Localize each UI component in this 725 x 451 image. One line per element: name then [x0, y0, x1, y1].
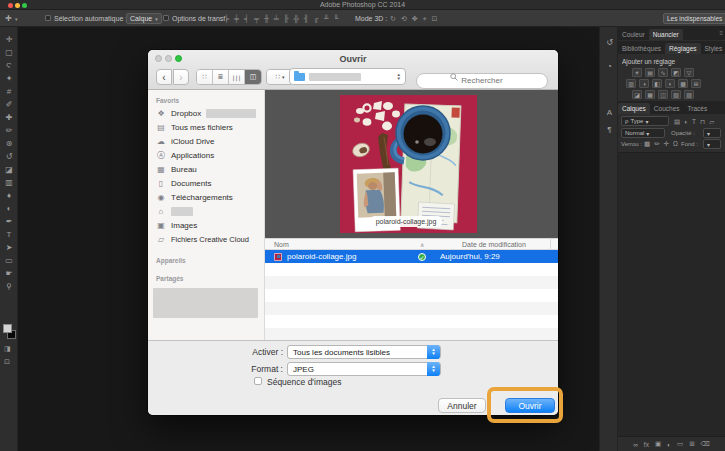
gradient-tool[interactable]: ▥: [1, 176, 17, 189]
path-selection-tool[interactable]: ➤: [1, 241, 17, 254]
layer-filter-icon[interactable]: ▱: [709, 118, 714, 126]
lock-icon[interactable]: ✏: [654, 140, 659, 148]
tab-styles[interactable]: Styles: [701, 43, 725, 54]
sidebar-item-downloads[interactable]: ◉ Téléchargements: [156, 191, 261, 204]
delete-layer-icon[interactable]: ⌫: [701, 440, 710, 448]
lasso-tool[interactable]: Ϛ: [1, 59, 17, 72]
empty-list-row[interactable]: [265, 302, 558, 315]
adjustment-icon[interactable]: ◧: [652, 79, 662, 88]
layer-style-icon[interactable]: fx: [644, 441, 649, 448]
empty-list-row[interactable]: [265, 263, 558, 276]
tool-preset-caret-icon[interactable]: ▾: [15, 16, 18, 22]
marquee-tool[interactable]: ▢: [1, 46, 17, 59]
align-icon[interactable]: ╪: [234, 14, 239, 23]
type-tool[interactable]: T: [1, 228, 17, 241]
sidebar-item-desktop[interactable]: ▦ Bureau: [156, 163, 261, 176]
hand-tool[interactable]: ☛: [1, 267, 17, 280]
blend-mode-dropdown[interactable]: Normal ▾: [621, 128, 665, 138]
align-icon[interactable]: ╤: [254, 14, 259, 23]
empty-list-row[interactable]: [265, 289, 558, 302]
mode-3d-icon[interactable]: ⟲: [401, 14, 407, 23]
sidebar-item-creative-cloud-files[interactable]: ▱ Fichiers Creative Cloud: [156, 233, 261, 246]
location-dropdown[interactable]: ▲ ▼: [289, 68, 406, 85]
list-view-button[interactable]: ≣: [213, 70, 229, 84]
opacity-dropdown[interactable]: ▾: [703, 128, 721, 138]
quick-mask-icon[interactable]: ◨: [4, 345, 11, 353]
sidebar-item-images[interactable]: ▣ Images: [156, 219, 261, 232]
forward-button[interactable]: ›: [173, 69, 189, 85]
mode-3d-icon[interactable]: ⊡: [432, 14, 438, 23]
layer-filter-dropdown[interactable]: ρ Type ▾: [621, 116, 669, 126]
search-input[interactable]: [416, 73, 548, 89]
dodge-tool[interactable]: ◐: [1, 202, 17, 215]
name-column-header[interactable]: Nom: [274, 241, 289, 248]
adjustment-icon[interactable]: ∿: [658, 68, 668, 77]
adjustment-icon[interactable]: ⊞: [691, 79, 701, 88]
adjustment-icon[interactable]: ▦: [645, 90, 655, 99]
mode-3d-icon[interactable]: ✥: [412, 14, 418, 23]
adjustment-icon[interactable]: ◩: [671, 68, 681, 77]
back-button[interactable]: ‹: [156, 69, 172, 85]
properties-panel-icon[interactable]: ◔: [600, 62, 619, 71]
healing-brush-tool[interactable]: ✚: [1, 111, 17, 124]
tab-reglages[interactable]: Réglages: [665, 43, 700, 54]
tab-nuancier[interactable]: Nuancier: [649, 29, 683, 40]
adjustment-icon[interactable]: ▨: [684, 90, 694, 99]
date-column-header[interactable]: Date de modification: [462, 241, 526, 248]
sidebar-item-icloud-drive[interactable]: ☁ iCloud Drive: [156, 135, 261, 148]
transform-controls-checkbox[interactable]: [163, 15, 169, 21]
coverflow-view-button[interactable]: ◫: [245, 70, 261, 84]
adjustment-icon[interactable]: ▤: [645, 68, 655, 77]
tab-traces[interactable]: Tracés: [684, 103, 712, 114]
quick-selection-tool[interactable]: ✦: [1, 72, 17, 85]
image-sequence-checkbox[interactable]: [254, 377, 262, 385]
history-brush-tool[interactable]: ↺: [1, 150, 17, 163]
align-icon[interactable]: ╧: [274, 14, 279, 23]
panel-menu-icon[interactable]: ≡: [719, 30, 723, 36]
align-icon[interactable]: ╞: [224, 14, 229, 23]
clone-stamp-tool[interactable]: ⊛: [1, 137, 17, 150]
mode-3d-icon[interactable]: ↻: [390, 14, 396, 23]
sidebar-item-dropbox[interactable]: ❖ Dropbox: [156, 107, 261, 120]
icon-view-button[interactable]: ∷: [197, 70, 213, 84]
screen-mode-icon[interactable]: ⊡: [4, 358, 10, 366]
tab-couches[interactable]: Couches: [650, 103, 684, 114]
workspace-dropdown[interactable]: Les indispensables ▾: [663, 13, 725, 24]
tab-calques[interactable]: Calques: [618, 103, 650, 114]
auto-select-target-dropdown[interactable]: Calque ▾: [126, 13, 162, 24]
adjustment-icon[interactable]: ▧: [671, 90, 681, 99]
layer-filter-icon[interactable]: T: [692, 118, 696, 126]
lock-icon[interactable]: ✛: [664, 140, 669, 148]
layer-filter-icon[interactable]: ⊓: [700, 118, 705, 126]
file-row-selected[interactable]: polaroid-collage.jpg ✓ Aujourd'hui, 9:29: [265, 250, 558, 263]
foreground-color-swatch[interactable]: [3, 324, 12, 333]
preview-image[interactable]: [340, 95, 477, 233]
auto-select-checkbox[interactable]: [45, 15, 51, 21]
history-panel-icon[interactable]: ↺: [600, 38, 619, 47]
adjustment-icon[interactable]: ◪: [632, 90, 642, 99]
fill-dropdown[interactable]: ▾: [703, 139, 721, 149]
tab-couleur[interactable]: Couleur: [618, 29, 649, 40]
paragraph-panel-icon[interactable]: ¶: [600, 125, 619, 134]
shape-tool[interactable]: ▭: [1, 254, 17, 267]
layer-filter-icon[interactable]: ▤: [674, 118, 680, 126]
sidebar-item-documents[interactable]: ▯ Documents: [156, 177, 261, 190]
align-icon[interactable]: ╓: [314, 14, 319, 23]
character-panel-icon[interactable]: A: [600, 108, 619, 117]
align-icon[interactable]: ╬: [294, 14, 299, 23]
tab-bibliotheques[interactable]: Bibliothèques: [618, 43, 665, 54]
crop-tool[interactable]: #: [1, 85, 17, 98]
adjustment-icon[interactable]: ▽: [684, 68, 694, 77]
layer-filter-icon[interactable]: ◐: [684, 118, 688, 126]
add-mask-icon[interactable]: ▣: [655, 440, 661, 448]
lock-icon[interactable]: ▩: [644, 140, 650, 148]
align-icon[interactable]: ╨: [324, 14, 329, 23]
new-adjustment-icon[interactable]: ◐: [667, 441, 671, 448]
empty-list-row[interactable]: [265, 315, 558, 328]
sidebar-item-applications[interactable]: Ⓐ Applications: [156, 149, 261, 162]
pen-tool[interactable]: ✒: [1, 215, 17, 228]
adjustment-icon[interactable]: ▥: [626, 79, 636, 88]
format-select[interactable]: JPEG ▲ ▼: [287, 362, 441, 376]
adjustment-icon[interactable]: ☀: [632, 68, 642, 77]
eyedropper-tool[interactable]: ✐: [1, 98, 17, 111]
